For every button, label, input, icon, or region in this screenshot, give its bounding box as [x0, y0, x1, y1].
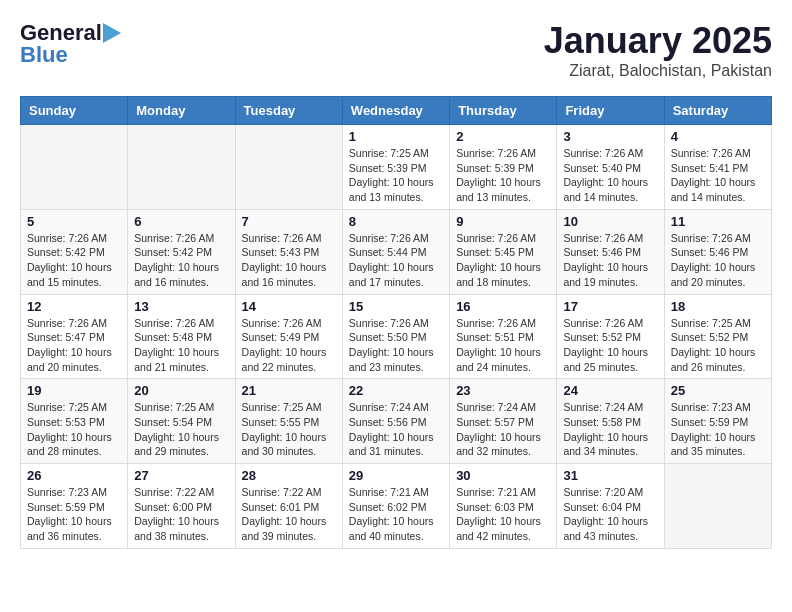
calendar-day-header: Friday: [557, 97, 664, 125]
calendar-cell: 15Sunrise: 7:26 AM Sunset: 5:50 PM Dayli…: [342, 294, 449, 379]
calendar-cell: 25Sunrise: 7:23 AM Sunset: 5:59 PM Dayli…: [664, 379, 771, 464]
calendar-cell: [128, 125, 235, 210]
day-number: 15: [349, 299, 443, 314]
logo-arrow-icon: [103, 23, 125, 43]
day-info: Sunrise: 7:26 AM Sunset: 5:52 PM Dayligh…: [563, 316, 657, 375]
day-number: 28: [242, 468, 336, 483]
day-number: 11: [671, 214, 765, 229]
calendar-week-row: 19Sunrise: 7:25 AM Sunset: 5:53 PM Dayli…: [21, 379, 772, 464]
title-block: January 2025 Ziarat, Balochistan, Pakist…: [544, 20, 772, 80]
calendar-cell: [235, 125, 342, 210]
calendar-cell: 21Sunrise: 7:25 AM Sunset: 5:55 PM Dayli…: [235, 379, 342, 464]
calendar-cell: 9Sunrise: 7:26 AM Sunset: 5:45 PM Daylig…: [450, 209, 557, 294]
day-info: Sunrise: 7:20 AM Sunset: 6:04 PM Dayligh…: [563, 485, 657, 544]
day-info: Sunrise: 7:25 AM Sunset: 5:52 PM Dayligh…: [671, 316, 765, 375]
day-info: Sunrise: 7:22 AM Sunset: 6:01 PM Dayligh…: [242, 485, 336, 544]
day-info: Sunrise: 7:26 AM Sunset: 5:47 PM Dayligh…: [27, 316, 121, 375]
logo: General Blue: [20, 20, 125, 68]
calendar-cell: 10Sunrise: 7:26 AM Sunset: 5:46 PM Dayli…: [557, 209, 664, 294]
calendar-cell: 12Sunrise: 7:26 AM Sunset: 5:47 PM Dayli…: [21, 294, 128, 379]
logo-blue: Blue: [20, 42, 68, 68]
day-info: Sunrise: 7:21 AM Sunset: 6:02 PM Dayligh…: [349, 485, 443, 544]
location: Ziarat, Balochistan, Pakistan: [544, 62, 772, 80]
day-info: Sunrise: 7:25 AM Sunset: 5:53 PM Dayligh…: [27, 400, 121, 459]
day-number: 8: [349, 214, 443, 229]
day-info: Sunrise: 7:26 AM Sunset: 5:42 PM Dayligh…: [27, 231, 121, 290]
day-info: Sunrise: 7:21 AM Sunset: 6:03 PM Dayligh…: [456, 485, 550, 544]
day-info: Sunrise: 7:26 AM Sunset: 5:43 PM Dayligh…: [242, 231, 336, 290]
calendar-cell: 30Sunrise: 7:21 AM Sunset: 6:03 PM Dayli…: [450, 464, 557, 549]
calendar-cell: 20Sunrise: 7:25 AM Sunset: 5:54 PM Dayli…: [128, 379, 235, 464]
day-info: Sunrise: 7:24 AM Sunset: 5:57 PM Dayligh…: [456, 400, 550, 459]
calendar-day-header: Sunday: [21, 97, 128, 125]
day-number: 31: [563, 468, 657, 483]
month-title: January 2025: [544, 20, 772, 62]
calendar-cell: 22Sunrise: 7:24 AM Sunset: 5:56 PM Dayli…: [342, 379, 449, 464]
day-info: Sunrise: 7:25 AM Sunset: 5:55 PM Dayligh…: [242, 400, 336, 459]
calendar-cell: 3Sunrise: 7:26 AM Sunset: 5:40 PM Daylig…: [557, 125, 664, 210]
day-number: 17: [563, 299, 657, 314]
calendar-cell: 26Sunrise: 7:23 AM Sunset: 5:59 PM Dayli…: [21, 464, 128, 549]
page-header: General Blue January 2025 Ziarat, Baloch…: [20, 20, 772, 80]
calendar-cell: 28Sunrise: 7:22 AM Sunset: 6:01 PM Dayli…: [235, 464, 342, 549]
calendar-cell: 5Sunrise: 7:26 AM Sunset: 5:42 PM Daylig…: [21, 209, 128, 294]
day-info: Sunrise: 7:26 AM Sunset: 5:51 PM Dayligh…: [456, 316, 550, 375]
calendar-day-header: Saturday: [664, 97, 771, 125]
calendar-cell: 7Sunrise: 7:26 AM Sunset: 5:43 PM Daylig…: [235, 209, 342, 294]
day-info: Sunrise: 7:26 AM Sunset: 5:40 PM Dayligh…: [563, 146, 657, 205]
calendar-cell: 24Sunrise: 7:24 AM Sunset: 5:58 PM Dayli…: [557, 379, 664, 464]
day-number: 20: [134, 383, 228, 398]
day-number: 21: [242, 383, 336, 398]
day-info: Sunrise: 7:23 AM Sunset: 5:59 PM Dayligh…: [671, 400, 765, 459]
day-number: 27: [134, 468, 228, 483]
day-number: 30: [456, 468, 550, 483]
day-number: 6: [134, 214, 228, 229]
day-info: Sunrise: 7:26 AM Sunset: 5:41 PM Dayligh…: [671, 146, 765, 205]
day-info: Sunrise: 7:26 AM Sunset: 5:46 PM Dayligh…: [671, 231, 765, 290]
calendar-day-header: Wednesday: [342, 97, 449, 125]
calendar-day-header: Tuesday: [235, 97, 342, 125]
day-number: 18: [671, 299, 765, 314]
day-info: Sunrise: 7:26 AM Sunset: 5:45 PM Dayligh…: [456, 231, 550, 290]
calendar-cell: 2Sunrise: 7:26 AM Sunset: 5:39 PM Daylig…: [450, 125, 557, 210]
day-info: Sunrise: 7:26 AM Sunset: 5:39 PM Dayligh…: [456, 146, 550, 205]
calendar-week-row: 1Sunrise: 7:25 AM Sunset: 5:39 PM Daylig…: [21, 125, 772, 210]
day-info: Sunrise: 7:26 AM Sunset: 5:48 PM Dayligh…: [134, 316, 228, 375]
day-number: 5: [27, 214, 121, 229]
day-info: Sunrise: 7:26 AM Sunset: 5:42 PM Dayligh…: [134, 231, 228, 290]
calendar-cell: 4Sunrise: 7:26 AM Sunset: 5:41 PM Daylig…: [664, 125, 771, 210]
day-number: 4: [671, 129, 765, 144]
calendar-cell: 29Sunrise: 7:21 AM Sunset: 6:02 PM Dayli…: [342, 464, 449, 549]
calendar-cell: 17Sunrise: 7:26 AM Sunset: 5:52 PM Dayli…: [557, 294, 664, 379]
day-number: 1: [349, 129, 443, 144]
calendar-table: SundayMondayTuesdayWednesdayThursdayFrid…: [20, 96, 772, 549]
calendar-week-row: 5Sunrise: 7:26 AM Sunset: 5:42 PM Daylig…: [21, 209, 772, 294]
calendar-cell: 8Sunrise: 7:26 AM Sunset: 5:44 PM Daylig…: [342, 209, 449, 294]
calendar-cell: 18Sunrise: 7:25 AM Sunset: 5:52 PM Dayli…: [664, 294, 771, 379]
day-number: 7: [242, 214, 336, 229]
calendar-day-header: Thursday: [450, 97, 557, 125]
day-number: 19: [27, 383, 121, 398]
calendar-day-header: Monday: [128, 97, 235, 125]
day-number: 26: [27, 468, 121, 483]
day-number: 13: [134, 299, 228, 314]
day-info: Sunrise: 7:26 AM Sunset: 5:50 PM Dayligh…: [349, 316, 443, 375]
day-info: Sunrise: 7:24 AM Sunset: 5:58 PM Dayligh…: [563, 400, 657, 459]
day-number: 23: [456, 383, 550, 398]
calendar-cell: [664, 464, 771, 549]
day-info: Sunrise: 7:25 AM Sunset: 5:39 PM Dayligh…: [349, 146, 443, 205]
calendar-cell: 14Sunrise: 7:26 AM Sunset: 5:49 PM Dayli…: [235, 294, 342, 379]
svg-marker-0: [103, 23, 121, 43]
day-info: Sunrise: 7:22 AM Sunset: 6:00 PM Dayligh…: [134, 485, 228, 544]
day-number: 3: [563, 129, 657, 144]
day-number: 29: [349, 468, 443, 483]
day-number: 14: [242, 299, 336, 314]
calendar-cell: 23Sunrise: 7:24 AM Sunset: 5:57 PM Dayli…: [450, 379, 557, 464]
calendar-week-row: 26Sunrise: 7:23 AM Sunset: 5:59 PM Dayli…: [21, 464, 772, 549]
day-info: Sunrise: 7:25 AM Sunset: 5:54 PM Dayligh…: [134, 400, 228, 459]
calendar-cell: 11Sunrise: 7:26 AM Sunset: 5:46 PM Dayli…: [664, 209, 771, 294]
day-info: Sunrise: 7:26 AM Sunset: 5:46 PM Dayligh…: [563, 231, 657, 290]
day-info: Sunrise: 7:26 AM Sunset: 5:44 PM Dayligh…: [349, 231, 443, 290]
calendar-cell: 19Sunrise: 7:25 AM Sunset: 5:53 PM Dayli…: [21, 379, 128, 464]
calendar-cell: 6Sunrise: 7:26 AM Sunset: 5:42 PM Daylig…: [128, 209, 235, 294]
